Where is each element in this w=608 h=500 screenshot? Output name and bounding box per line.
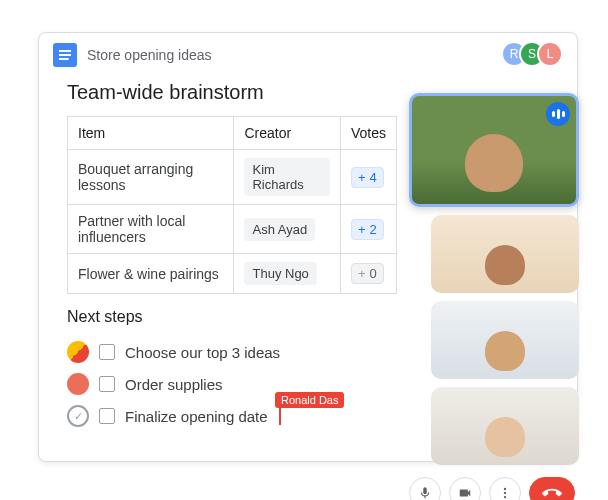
cell-votes[interactable]: +2	[340, 205, 396, 254]
google-docs-icon[interactable]	[53, 43, 77, 67]
table-row: Partner with local influencers Ash Ayad …	[68, 205, 397, 254]
participant-video	[431, 301, 579, 379]
brainstorm-table: Item Creator Votes Bouquet arranging les…	[67, 116, 397, 294]
camera-icon	[458, 486, 472, 500]
mic-icon	[418, 486, 432, 500]
cell-item[interactable]: Bouquet arranging lessons	[68, 150, 234, 205]
more-vertical-icon	[498, 486, 512, 500]
more-options-button[interactable]	[489, 477, 521, 500]
table-row: Flower & wine pairings Thuy Ngo +0	[68, 254, 397, 294]
speaking-indicator-icon	[546, 102, 570, 126]
presence-avatars: R S L	[509, 41, 563, 67]
task-label[interactable]: Choose our top 3 ideas	[125, 344, 280, 361]
col-item: Item	[68, 117, 234, 150]
task-checkbox[interactable]	[99, 344, 115, 360]
table-header-row: Item Creator Votes	[68, 117, 397, 150]
cell-item[interactable]: Flower & wine pairings	[68, 254, 234, 294]
titlebar: Store opening ideas R S L	[39, 33, 577, 77]
video-tile[interactable]	[431, 387, 579, 465]
video-tile[interactable]	[431, 215, 579, 293]
document-title[interactable]: Store opening ideas	[87, 47, 212, 63]
text-cursor	[279, 407, 281, 425]
creator-chip[interactable]: Kim Richards	[244, 158, 329, 196]
col-creator: Creator	[234, 117, 340, 150]
assignee-avatar[interactable]	[67, 341, 89, 363]
participant-video	[431, 215, 579, 293]
creator-chip[interactable]: Ash Ayad	[244, 218, 315, 241]
col-votes: Votes	[340, 117, 396, 150]
phone-hangup-icon	[542, 483, 562, 500]
svg-point-0	[504, 488, 506, 490]
presence-avatar[interactable]: L	[537, 41, 563, 67]
call-controls	[409, 477, 579, 500]
hangup-button[interactable]	[529, 477, 575, 500]
cell-item[interactable]: Partner with local influencers	[68, 205, 234, 254]
vote-chip[interactable]: +4	[351, 167, 384, 188]
cell-votes[interactable]: +0	[340, 254, 396, 294]
table-row: Bouquet arranging lessons Kim Richards +…	[68, 150, 397, 205]
camera-button[interactable]	[449, 477, 481, 500]
svg-point-1	[504, 492, 506, 494]
cell-votes[interactable]: +4	[340, 150, 396, 205]
video-tile-active-speaker[interactable]	[409, 93, 579, 207]
docs-window: Store opening ideas R S L Team-wide brai…	[38, 32, 578, 462]
cell-creator[interactable]: Ash Ayad	[234, 205, 340, 254]
vote-chip[interactable]: +2	[351, 219, 384, 240]
plus-icon: +	[358, 266, 366, 281]
assignee-unassigned-icon[interactable]	[67, 405, 89, 427]
mic-button[interactable]	[409, 477, 441, 500]
assignee-avatar[interactable]	[67, 373, 89, 395]
plus-icon: +	[358, 170, 366, 185]
vote-chip[interactable]: +0	[351, 263, 384, 284]
svg-point-2	[504, 496, 506, 498]
video-call-panel	[409, 93, 579, 500]
video-tile[interactable]	[431, 301, 579, 379]
task-label[interactable]: Order supplies	[125, 376, 223, 393]
cell-creator[interactable]: Kim Richards	[234, 150, 340, 205]
task-checkbox[interactable]	[99, 408, 115, 424]
plus-icon: +	[358, 222, 366, 237]
creator-chip[interactable]: Thuy Ngo	[244, 262, 316, 285]
participant-video	[431, 387, 579, 465]
task-checkbox[interactable]	[99, 376, 115, 392]
cell-creator[interactable]: Thuy Ngo	[234, 254, 340, 294]
collaborator-cursor-tag: Ronald Das	[275, 392, 344, 408]
task-label[interactable]: Finalize opening date	[125, 408, 268, 425]
